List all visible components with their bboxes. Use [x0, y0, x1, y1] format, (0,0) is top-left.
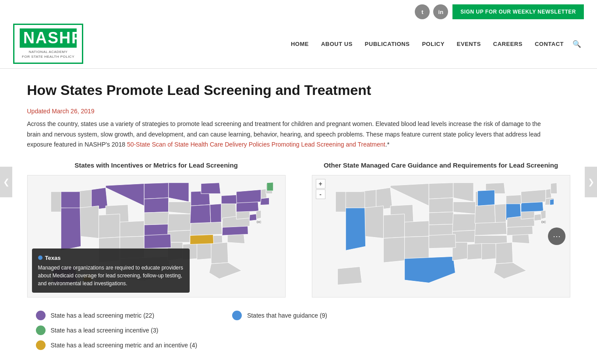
zoom-in-button[interactable]: +	[316, 179, 325, 189]
svg-marker-97	[506, 195, 521, 204]
svg-marker-21	[211, 242, 228, 264]
left-map-area: DC Texas Managed care orga	[27, 175, 286, 298]
svg-marker-101	[550, 199, 554, 205]
left-map-container: States with Incentives or Metrics for Le…	[27, 161, 286, 298]
svg-marker-39	[61, 192, 80, 208]
svg-marker-17	[190, 222, 222, 236]
page-title: How States Promote Lead Screening and Tr…	[27, 82, 570, 98]
report-link[interactable]: 50-State Scan of State Health Care Deliv…	[127, 141, 385, 148]
search-icon[interactable]: 🔍	[570, 35, 584, 52]
twitter-icon[interactable]: t	[415, 4, 430, 19]
legend-section: State has a lead screening metric (22) S…	[27, 311, 570, 350]
svg-marker-91	[346, 192, 365, 208]
svg-marker-89	[364, 206, 383, 238]
svg-marker-88	[383, 214, 404, 238]
main-content: How States Promote Lead Screening and Tr…	[14, 69, 583, 363]
nav-policy[interactable]: POLICY	[416, 36, 450, 52]
yellow-dot-icon	[36, 340, 46, 350]
svg-marker-56	[429, 183, 453, 199]
svg-marker-92	[383, 237, 404, 262]
tooltip-description: Managed care organizations are required …	[38, 264, 184, 287]
svg-marker-80	[521, 190, 546, 203]
left-chevron-icon: ❮	[3, 177, 10, 187]
logo-container: NASHP NATIONAL ACADEMYFOR STATE HEALTH P…	[13, 24, 83, 64]
svg-marker-82	[551, 183, 557, 194]
right-map-title: Other State Managed Care Guidance and Re…	[312, 161, 570, 170]
svg-marker-62	[452, 214, 477, 231]
svg-marker-9	[168, 202, 191, 214]
nav-home[interactable]: HOME	[285, 36, 315, 52]
svg-marker-72	[481, 244, 496, 260]
svg-marker-99	[477, 190, 495, 206]
right-map-svg: DC	[312, 175, 570, 297]
svg-marker-61	[453, 202, 475, 214]
svg-marker-71	[467, 244, 482, 260]
svg-marker-28	[236, 190, 261, 203]
svg-marker-35	[120, 221, 144, 237]
green-dot-icon	[36, 326, 46, 335]
svg-marker-58	[429, 212, 455, 225]
legend-label-green: State has a lead screening incentive (3)	[51, 327, 159, 334]
svg-marker-74	[494, 262, 526, 279]
tooltip-state-name: Texas	[38, 254, 184, 262]
main-nav: HOME ABOUT US PUBLICATIONS POLICY EVENTS…	[285, 35, 584, 52]
svg-marker-37	[79, 206, 98, 238]
svg-marker-57	[429, 198, 453, 213]
nav-publications[interactable]: PUBLICATIONS	[359, 36, 416, 52]
svg-marker-96	[429, 234, 456, 248]
blue-dot-icon	[232, 311, 242, 320]
legend-label-purple: State has a lead screening metric (22)	[51, 312, 155, 319]
svg-marker-65	[474, 205, 495, 224]
svg-marker-20	[197, 244, 211, 260]
svg-marker-4	[144, 183, 169, 199]
legend-item-yellow: State has a lead screening metric and an…	[36, 340, 198, 350]
svg-marker-66	[495, 204, 506, 224]
more-options-button[interactable]: ⋯	[548, 228, 565, 245]
svg-marker-31	[260, 198, 269, 205]
left-map-title: States with Incentives or Metrics for Le…	[27, 161, 286, 170]
svg-marker-94	[404, 256, 455, 283]
legend-item-blue: States that have guidance (9)	[232, 311, 327, 320]
article-body: Across the country, states use a variety…	[27, 119, 553, 150]
zoom-out-button[interactable]: -	[316, 189, 325, 199]
legend-left: State has a lead screening metric (22) S…	[36, 311, 198, 350]
nav-careers[interactable]: CAREERS	[487, 36, 529, 52]
svg-text:DC: DC	[256, 220, 261, 224]
legend-label-yellow: State has a lead screening metric and an…	[51, 342, 198, 349]
purple-dot-icon	[36, 311, 46, 320]
newsletter-button[interactable]: SIGN UP FOR OUR WEEKLY NEWSLETTER	[452, 4, 584, 19]
svg-marker-14	[210, 204, 221, 224]
logo-subtitle: NATIONAL ACADEMYFOR STATE HEALTH POLICY	[20, 49, 77, 59]
next-arrow[interactable]: ❯	[585, 167, 597, 197]
svg-marker-11	[167, 230, 192, 242]
tooltip-dot-icon	[38, 256, 42, 260]
map-controls: + -	[316, 179, 325, 199]
social-icons: t in	[415, 4, 448, 19]
svg-marker-8	[168, 183, 188, 202]
svg-marker-73	[496, 242, 513, 264]
legend-right: States that have guidance (9)	[232, 311, 327, 350]
svg-marker-15	[201, 183, 220, 194]
legend-item-purple: State has a lead screening metric (22)	[36, 311, 198, 320]
svg-marker-69	[474, 222, 506, 236]
svg-marker-5	[144, 198, 169, 213]
nav-about-us[interactable]: ABOUT US	[315, 36, 359, 52]
svg-marker-22	[209, 262, 241, 279]
svg-marker-55	[390, 184, 429, 206]
map-tooltip: Texas Managed care organizations are req…	[32, 248, 190, 293]
prev-arrow[interactable]: ❮	[0, 167, 12, 197]
nav-contact[interactable]: CONTACT	[529, 36, 570, 52]
svg-marker-63	[452, 230, 477, 242]
updated-date: Updated March 26, 2019	[27, 108, 570, 115]
nav-events[interactable]: EVENTS	[451, 36, 487, 52]
svg-marker-3	[106, 184, 144, 206]
svg-marker-50	[190, 234, 213, 244]
svg-marker-60	[453, 183, 473, 202]
legend-item-green: State has a lead screening incentive (3)	[36, 326, 198, 335]
svg-marker-100	[337, 267, 362, 285]
svg-marker-10	[167, 214, 192, 231]
svg-marker-87	[404, 221, 429, 237]
linkedin-icon[interactable]: in	[433, 4, 448, 19]
right-map-area: + -	[312, 175, 570, 298]
main-header: NASHP NATIONAL ACADEMYFOR STATE HEALTH P…	[0, 24, 597, 69]
